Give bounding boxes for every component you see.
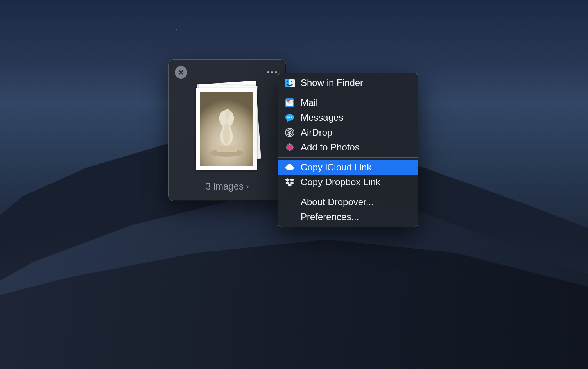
thumbnail-stack[interactable] bbox=[192, 82, 262, 173]
messages-icon bbox=[284, 112, 295, 123]
mail-icon bbox=[284, 97, 295, 108]
dropbox-icon bbox=[284, 177, 295, 188]
dropover-shelf: 3 images › bbox=[168, 59, 286, 201]
thumbnail-image bbox=[200, 92, 253, 166]
menu-item-label: AirDrop bbox=[301, 127, 332, 138]
close-button[interactable] bbox=[175, 66, 187, 79]
menu-item-label: Add to Photos bbox=[301, 142, 360, 153]
menu-item-label: Preferences... bbox=[301, 211, 359, 222]
menu-separator bbox=[278, 192, 418, 192]
cloud-icon bbox=[284, 162, 295, 173]
menu-item-label: Show in Finder bbox=[301, 77, 363, 88]
photos-icon bbox=[284, 142, 295, 153]
menu-item-copy-icloud-link[interactable]: Copy iCloud Link bbox=[278, 160, 418, 175]
shelf-caption[interactable]: 3 images › bbox=[169, 181, 286, 192]
menu-item-show-in-finder[interactable]: Show in Finder bbox=[278, 75, 418, 90]
svg-point-16 bbox=[289, 132, 290, 133]
menu-item-label: Copy Dropbox Link bbox=[301, 177, 380, 188]
menu-separator bbox=[278, 93, 418, 93]
close-icon bbox=[177, 69, 185, 76]
menu-item-about-dropover[interactable]: About Dropover... bbox=[278, 195, 418, 210]
finder-icon bbox=[284, 77, 295, 88]
svg-rect-2 bbox=[216, 146, 236, 152]
menu-item-label: Messages bbox=[301, 112, 343, 123]
chevron-right-icon: › bbox=[246, 181, 249, 192]
context-menu: Show in Finder Mail Messages bbox=[278, 73, 418, 227]
shelf-caption-label: 3 images bbox=[206, 181, 244, 192]
more-button[interactable] bbox=[265, 68, 279, 77]
airdrop-icon bbox=[284, 127, 295, 138]
stack-sheet-front bbox=[196, 88, 257, 170]
svg-point-4 bbox=[287, 81, 288, 82]
more-icon bbox=[275, 71, 277, 73]
menu-item-preferences[interactable]: Preferences... bbox=[278, 210, 418, 224]
menu-item-airdrop[interactable]: AirDrop bbox=[278, 125, 418, 140]
more-icon bbox=[271, 71, 273, 73]
svg-point-5 bbox=[291, 81, 292, 82]
svg-point-10 bbox=[287, 117, 289, 118]
menu-item-mail[interactable]: Mail bbox=[278, 95, 418, 110]
svg-point-12 bbox=[291, 117, 292, 118]
menu-item-label: Mail bbox=[301, 97, 318, 108]
menu-item-messages[interactable]: Messages bbox=[278, 110, 418, 125]
menu-separator bbox=[278, 157, 418, 158]
menu-item-add-to-photos[interactable]: Add to Photos bbox=[278, 140, 418, 155]
menu-item-copy-dropbox-link[interactable]: Copy Dropbox Link bbox=[278, 175, 418, 190]
more-icon bbox=[267, 71, 269, 73]
svg-point-11 bbox=[289, 117, 290, 118]
menu-item-label: About Dropover... bbox=[301, 197, 374, 208]
menu-item-label: Copy iCloud Link bbox=[301, 162, 371, 173]
